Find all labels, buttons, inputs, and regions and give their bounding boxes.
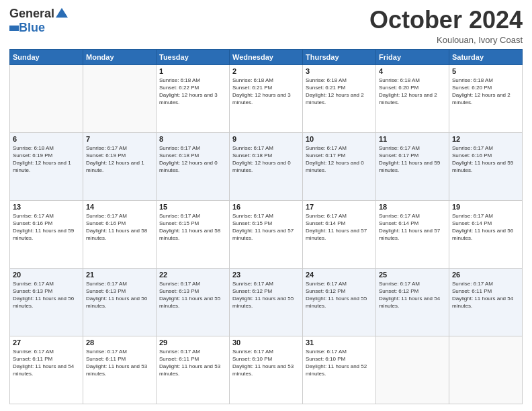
- day-number: 16: [232, 203, 300, 211]
- day-info: Sunrise: 6:17 AM Sunset: 6:11 PM Dayligh…: [159, 348, 226, 378]
- table-row: 3Sunrise: 6:18 AM Sunset: 6:21 PM Daylig…: [303, 64, 376, 132]
- table-row: 28Sunrise: 6:17 AM Sunset: 6:11 PM Dayli…: [83, 336, 157, 404]
- day-number: 28: [86, 338, 153, 347]
- day-info: Sunrise: 6:17 AM Sunset: 6:14 PM Dayligh…: [379, 212, 446, 242]
- day-number: 15: [159, 203, 226, 211]
- day-info: Sunrise: 6:17 AM Sunset: 6:10 PM Dayligh…: [232, 348, 300, 378]
- table-row: 17Sunrise: 6:17 AM Sunset: 6:14 PM Dayli…: [303, 200, 376, 268]
- table-row: 23Sunrise: 6:17 AM Sunset: 6:12 PM Dayli…: [230, 268, 303, 336]
- table-row: 11Sunrise: 6:17 AM Sunset: 6:17 PM Dayli…: [376, 132, 449, 200]
- day-number: 14: [86, 203, 153, 211]
- calendar-row-4: 20Sunrise: 6:17 AM Sunset: 6:13 PM Dayli…: [10, 268, 523, 336]
- day-info: Sunrise: 6:17 AM Sunset: 6:15 PM Dayligh…: [159, 212, 226, 242]
- logo-text: General: [9, 7, 68, 21]
- day-number: 17: [306, 203, 373, 211]
- day-number: 29: [159, 338, 226, 347]
- day-info: Sunrise: 6:17 AM Sunset: 6:16 PM Dayligh…: [86, 212, 153, 242]
- day-number: 7: [86, 135, 153, 143]
- day-number: 4: [379, 67, 446, 75]
- day-info: Sunrise: 6:17 AM Sunset: 6:16 PM Dayligh…: [452, 144, 519, 175]
- table-row: 27Sunrise: 6:17 AM Sunset: 6:11 PM Dayli…: [10, 336, 83, 404]
- table-row: 29Sunrise: 6:17 AM Sunset: 6:11 PM Dayli…: [157, 336, 230, 404]
- day-info: Sunrise: 6:18 AM Sunset: 6:20 PM Dayligh…: [452, 77, 519, 107]
- day-info: Sunrise: 6:17 AM Sunset: 6:12 PM Dayligh…: [306, 280, 373, 310]
- table-row: [83, 64, 157, 132]
- calendar-row-1: 1Sunrise: 6:18 AM Sunset: 6:22 PM Daylig…: [10, 64, 523, 132]
- day-info: Sunrise: 6:17 AM Sunset: 6:10 PM Dayligh…: [306, 348, 373, 378]
- table-row: 31Sunrise: 6:17 AM Sunset: 6:10 PM Dayli…: [303, 336, 376, 404]
- day-number: 3: [306, 67, 373, 75]
- day-info: Sunrise: 6:18 AM Sunset: 6:20 PM Dayligh…: [379, 77, 446, 107]
- table-row: 15Sunrise: 6:17 AM Sunset: 6:15 PM Dayli…: [157, 200, 230, 268]
- table-row: 16Sunrise: 6:17 AM Sunset: 6:15 PM Dayli…: [230, 200, 303, 268]
- day-number: 8: [159, 135, 226, 143]
- day-number: 26: [452, 271, 519, 279]
- day-info: Sunrise: 6:17 AM Sunset: 6:19 PM Dayligh…: [86, 144, 153, 175]
- table-row: 6Sunrise: 6:18 AM Sunset: 6:19 PM Daylig…: [10, 132, 83, 200]
- svg-marker-0: [56, 7, 68, 17]
- logo-general: General: [9, 7, 54, 21]
- title-section: October 2024 Koulouan, Ivory Coast: [369, 7, 523, 45]
- table-row: [376, 336, 449, 404]
- day-info: Sunrise: 6:17 AM Sunset: 6:13 PM Dayligh…: [86, 280, 153, 310]
- table-row: 1Sunrise: 6:18 AM Sunset: 6:22 PM Daylig…: [157, 64, 230, 132]
- day-info: Sunrise: 6:18 AM Sunset: 6:19 PM Dayligh…: [13, 144, 80, 175]
- day-info: Sunrise: 6:17 AM Sunset: 6:12 PM Dayligh…: [232, 280, 300, 310]
- day-header-wednesday: Wednesday: [230, 49, 303, 64]
- day-number: 20: [13, 271, 80, 279]
- table-row: 30Sunrise: 6:17 AM Sunset: 6:10 PM Dayli…: [230, 336, 303, 404]
- day-number: 12: [452, 135, 519, 143]
- day-info: Sunrise: 6:17 AM Sunset: 6:11 PM Dayligh…: [13, 348, 80, 378]
- table-row: 24Sunrise: 6:17 AM Sunset: 6:12 PM Dayli…: [303, 268, 376, 336]
- month-title: October 2024: [369, 7, 523, 34]
- day-number: 5: [452, 67, 519, 75]
- logo-blue: Blue: [19, 21, 45, 35]
- location: Koulouan, Ivory Coast: [369, 35, 523, 45]
- day-info: Sunrise: 6:17 AM Sunset: 6:13 PM Dayligh…: [159, 280, 226, 310]
- calendar-table: SundayMondayTuesdayWednesdayThursdayFrid…: [9, 49, 523, 404]
- table-row: 10Sunrise: 6:17 AM Sunset: 6:17 PM Dayli…: [303, 132, 376, 200]
- day-number: 22: [159, 271, 226, 279]
- day-number: 13: [13, 203, 80, 211]
- day-header-sunday: Sunday: [10, 49, 83, 64]
- day-info: Sunrise: 6:17 AM Sunset: 6:16 PM Dayligh…: [13, 212, 80, 242]
- day-number: 9: [232, 135, 300, 143]
- calendar-row-2: 6Sunrise: 6:18 AM Sunset: 6:19 PM Daylig…: [10, 132, 523, 200]
- logo-icon: [56, 7, 68, 19]
- day-info: Sunrise: 6:17 AM Sunset: 6:14 PM Dayligh…: [306, 212, 373, 242]
- table-row: 21Sunrise: 6:17 AM Sunset: 6:13 PM Dayli…: [83, 268, 157, 336]
- day-header-tuesday: Tuesday: [157, 49, 230, 64]
- day-number: 11: [379, 135, 446, 143]
- day-info: Sunrise: 6:17 AM Sunset: 6:18 PM Dayligh…: [232, 144, 300, 175]
- day-number: 21: [86, 271, 153, 279]
- table-row: 20Sunrise: 6:17 AM Sunset: 6:13 PM Dayli…: [10, 268, 83, 336]
- day-header-friday: Friday: [376, 49, 449, 64]
- table-row: 12Sunrise: 6:17 AM Sunset: 6:16 PM Dayli…: [449, 132, 523, 200]
- day-info: Sunrise: 6:18 AM Sunset: 6:22 PM Dayligh…: [159, 77, 226, 107]
- day-number: 24: [306, 271, 373, 279]
- day-number: 18: [379, 203, 446, 211]
- logo: General Blue: [9, 7, 68, 35]
- day-info: Sunrise: 6:17 AM Sunset: 6:18 PM Dayligh…: [159, 144, 226, 175]
- day-info: Sunrise: 6:17 AM Sunset: 6:17 PM Dayligh…: [306, 144, 373, 175]
- day-number: 25: [379, 271, 446, 279]
- table-row: 19Sunrise: 6:17 AM Sunset: 6:14 PM Dayli…: [449, 200, 523, 268]
- page: General Blue October 2024 Koulouan, Ivor…: [0, 0, 532, 411]
- day-header-saturday: Saturday: [449, 49, 523, 64]
- table-row: 14Sunrise: 6:17 AM Sunset: 6:16 PM Dayli…: [83, 200, 157, 268]
- day-header-thursday: Thursday: [303, 49, 376, 64]
- day-info: Sunrise: 6:17 AM Sunset: 6:11 PM Dayligh…: [452, 280, 519, 310]
- table-row: [10, 64, 83, 132]
- calendar-row-3: 13Sunrise: 6:17 AM Sunset: 6:16 PM Dayli…: [10, 200, 523, 268]
- table-row: 4Sunrise: 6:18 AM Sunset: 6:20 PM Daylig…: [376, 64, 449, 132]
- day-number: 10: [306, 135, 373, 143]
- day-info: Sunrise: 6:17 AM Sunset: 6:14 PM Dayligh…: [452, 212, 519, 242]
- day-info: Sunrise: 6:17 AM Sunset: 6:17 PM Dayligh…: [379, 144, 446, 175]
- day-info: Sunrise: 6:18 AM Sunset: 6:21 PM Dayligh…: [306, 77, 373, 107]
- table-row: 7Sunrise: 6:17 AM Sunset: 6:19 PM Daylig…: [83, 132, 157, 200]
- day-number: 31: [306, 338, 373, 347]
- table-row: 2Sunrise: 6:18 AM Sunset: 6:21 PM Daylig…: [230, 64, 303, 132]
- day-info: Sunrise: 6:17 AM Sunset: 6:15 PM Dayligh…: [232, 212, 300, 242]
- calendar-row-5: 27Sunrise: 6:17 AM Sunset: 6:11 PM Dayli…: [10, 336, 523, 404]
- day-info: Sunrise: 6:17 AM Sunset: 6:11 PM Dayligh…: [86, 348, 153, 378]
